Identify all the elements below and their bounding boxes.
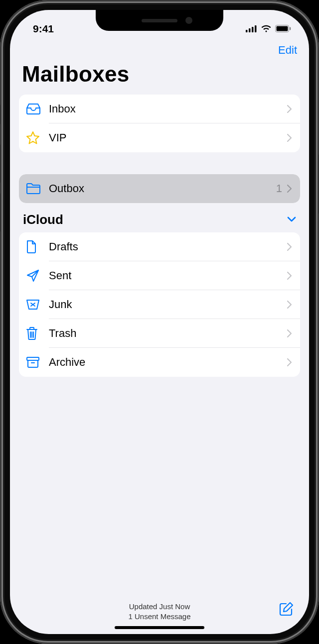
chevron-down-icon [287, 215, 296, 224]
folder-row-label: Junk [49, 298, 287, 311]
folder-row-label: Drafts [49, 240, 287, 253]
outbox-group: Outbox 1 [19, 174, 300, 203]
svg-rect-3 [255, 25, 257, 32]
chevron-right-icon [287, 329, 292, 337]
document-icon [26, 240, 49, 254]
chevron-right-icon [287, 105, 292, 113]
svg-rect-14 [27, 357, 39, 360]
folder-row-archive[interactable]: Archive [19, 348, 300, 377]
account-folders-group: Drafts Sent [19, 232, 300, 377]
svg-rect-5 [277, 26, 288, 31]
paperplane-icon [26, 269, 49, 283]
cellular-signal-icon [246, 23, 257, 35]
trash-icon [26, 326, 49, 340]
svg-rect-2 [252, 27, 254, 32]
page-title: Mailboxes [10, 59, 309, 95]
mailbox-row-outbox[interactable]: Outbox 1 [19, 174, 300, 203]
folder-row-label: Archive [49, 356, 287, 369]
mailbox-row-label: VIP [49, 131, 287, 144]
inbox-icon [26, 103, 49, 115]
nav-bar: Edit [10, 40, 309, 59]
chevron-right-icon [287, 272, 292, 280]
junk-icon [26, 299, 49, 311]
status-time: 9:41 [33, 23, 54, 35]
mailbox-row-vip[interactable]: VIP [19, 123, 300, 152]
sync-status: Updated Just Now 1 Unsent Message [128, 602, 190, 622]
chevron-right-icon [287, 243, 292, 251]
folder-row-label: Trash [49, 327, 287, 340]
star-icon [26, 131, 49, 145]
folder-icon [26, 183, 49, 195]
chevron-right-icon [287, 301, 292, 309]
compose-icon [278, 611, 294, 619]
folder-row-sent[interactable]: Sent [19, 261, 300, 290]
wifi-icon [261, 23, 272, 35]
mailbox-row-inbox[interactable]: Inbox [19, 95, 300, 123]
mailbox-row-label: Outbox [49, 182, 276, 195]
sync-status-line1: Updated Just Now [128, 602, 190, 612]
battery-icon [275, 23, 291, 35]
folder-row-label: Sent [49, 269, 287, 282]
account-section-header[interactable]: iCloud [19, 212, 300, 232]
mailbox-row-count: 1 [276, 182, 282, 195]
folder-row-junk[interactable]: Junk [19, 290, 300, 319]
folder-row-trash[interactable]: Trash [19, 319, 300, 348]
compose-button[interactable] [278, 601, 294, 619]
edit-button[interactable]: Edit [278, 44, 297, 57]
top-mailboxes-group: Inbox VIP [19, 95, 300, 152]
folder-row-drafts[interactable]: Drafts [19, 232, 300, 261]
svg-rect-6 [290, 27, 291, 30]
chevron-right-icon [287, 185, 292, 193]
chevron-right-icon [287, 134, 292, 142]
chevron-right-icon [287, 358, 292, 366]
svg-rect-0 [246, 30, 248, 32]
sync-status-line2: 1 Unsent Message [128, 612, 190, 622]
home-indicator[interactable] [115, 626, 204, 629]
device-notch [96, 10, 223, 31]
svg-rect-1 [249, 28, 251, 32]
archive-icon [26, 356, 49, 368]
mailbox-row-label: Inbox [49, 103, 287, 115]
account-section-title: iCloud [23, 212, 63, 227]
